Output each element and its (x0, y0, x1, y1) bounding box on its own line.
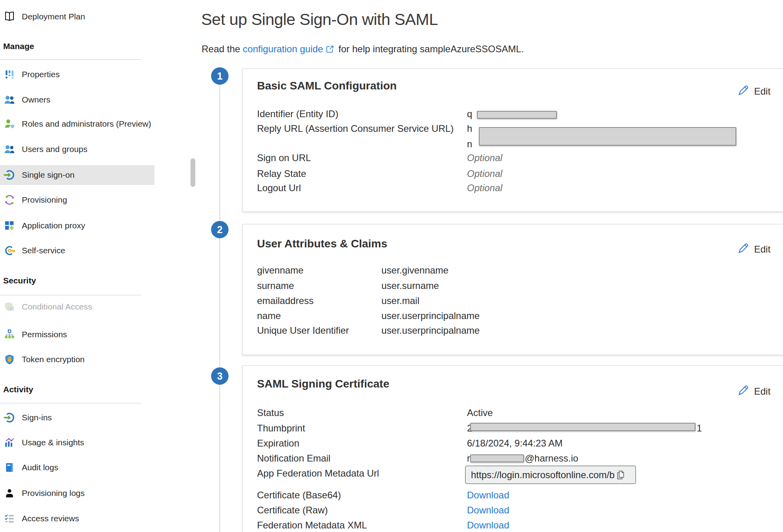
card-title: User Attributes & Claims (257, 238, 387, 250)
claim-value: user.givenname (381, 265, 448, 276)
sidebar-item-label: Access reviews (22, 514, 79, 523)
field-label: Sign on URL (257, 152, 311, 163)
redaction-bar (477, 111, 557, 119)
edit-basic-saml-button[interactable]: Edit (737, 85, 770, 98)
claim-label: emailaddress (257, 295, 314, 306)
claim-value: user.surname (381, 280, 439, 291)
field-label: Expiration (257, 438, 299, 449)
divider (0, 59, 141, 60)
metadata-url-value: https://login.microsoftonline.com/b229b2… (471, 469, 614, 481)
sidebar-item-token-encryption[interactable]: Token encryption (0, 350, 154, 369)
permissions-icon (3, 328, 16, 341)
sidebar-item-label: Sign-ins (22, 413, 52, 422)
basic-saml-configuration-card: Basic SAML Configuration Edit Identifier… (242, 68, 783, 212)
step-connector-line (219, 385, 220, 532)
subtitle-prefix: Read the (202, 44, 243, 54)
access-reviews-icon (3, 512, 16, 525)
provisioning-icon (3, 194, 16, 206)
sidebar-item-label: Properties (22, 70, 60, 79)
claim-label: surname (257, 280, 294, 291)
edit-label: Edit (754, 386, 770, 397)
logout-url-value: Optional (467, 182, 502, 194)
sidebar-item-usage-insights[interactable]: Usage & insights (0, 433, 154, 452)
pencil-icon (737, 385, 749, 398)
card-title: Basic SAML Configuration (257, 80, 397, 92)
redaction-bar (470, 423, 695, 431)
usage-insights-icon (3, 436, 16, 449)
sidebar-item-label: Application proxy (22, 221, 85, 230)
edit-user-attributes-button[interactable]: Edit (737, 243, 770, 256)
sidebar-section-header-manage: Manage (3, 42, 34, 51)
field-label: Identifier (Entity ID) (257, 108, 338, 120)
thumbprint-value-suffix: 1 (697, 423, 702, 434)
app-federation-metadata-url-field[interactable]: https://login.microsoftonline.com/b229b2… (465, 466, 636, 484)
sidebar-item-label: Conditional Access (22, 302, 92, 312)
edit-label: Edit (754, 86, 770, 97)
sidebar-item-sign-ins[interactable]: Sign-ins (0, 408, 154, 428)
token-encryption-icon (3, 353, 16, 366)
field-label: Logout Url (257, 182, 301, 194)
step-connector-line (219, 238, 220, 367)
claim-value: user.userprincipalname (381, 325, 480, 336)
pencil-icon (737, 85, 749, 98)
provisioning-logs-icon (3, 487, 16, 500)
claim-value: user.mail (381, 295, 419, 306)
pencil-icon (737, 243, 749, 256)
sidebar-item-roles-administrators[interactable]: Roles and administrators (Preview) (0, 114, 154, 134)
sidebar-item-deployment-plan[interactable]: Deployment Plan (0, 7, 154, 27)
sidebar-item-provisioning[interactable]: Provisioning (0, 190, 154, 210)
sidebar-item-provisioning-logs[interactable]: Provisioning logs (0, 483, 154, 503)
sidebar-item-label: Provisioning logs (22, 488, 85, 498)
sidebar-section-header-activity: Activity (3, 385, 33, 394)
copy-icon[interactable] (615, 469, 626, 481)
sidebar-item-self-service[interactable]: Self-service (0, 241, 154, 260)
sidebar-scrollbar-thumb[interactable] (191, 158, 195, 187)
properties-icon (3, 68, 16, 81)
sidebar-item-permissions[interactable]: Permissions (0, 325, 154, 344)
sidebar-item-owners[interactable]: Owners (0, 90, 154, 110)
application-proxy-icon (3, 219, 16, 232)
edit-signing-certificate-button[interactable]: Edit (737, 385, 770, 398)
field-label: Reply URL (Assertion Consumer Service UR… (257, 123, 454, 134)
status-value: Active (467, 407, 493, 418)
owners-icon (3, 93, 16, 106)
sidebar-item-label: Audit logs (22, 463, 58, 472)
card-title: SAML Signing Certificate (257, 378, 389, 390)
book-icon (3, 10, 16, 23)
sidebar-item-single-sign-on[interactable]: Single sign-on (0, 165, 154, 185)
sidebar-item-users-and-groups[interactable]: Users and groups (0, 139, 154, 159)
sidebar-item-conditional-access[interactable]: Conditional Access (0, 297, 154, 317)
sidebar-item-label: Deployment Plan (22, 12, 85, 21)
download-certificate-raw-link[interactable]: Download (467, 505, 509, 516)
divider (0, 403, 141, 403)
reply-url-value-line2: n (467, 139, 472, 150)
subtitle: Read the configuration guide for help in… (202, 44, 524, 56)
sidebar-item-application-proxy[interactable]: Application proxy (0, 216, 154, 236)
user-attributes-claims-card: User Attributes & Claims Edit givenname … (242, 224, 783, 355)
roles-administrators-icon (3, 118, 16, 130)
sign-ins-icon (3, 411, 16, 424)
sidebar-item-label: Token encryption (22, 355, 85, 364)
field-label: Thumbprint (257, 423, 305, 434)
sidebar-item-label: Provisioning (22, 195, 67, 205)
identifier-value: q (467, 108, 472, 120)
sidebar: Deployment Plan Manage Properties Owners… (0, 0, 166, 532)
download-federation-metadata-xml-link[interactable]: Download (467, 520, 509, 531)
claim-label: givenname (257, 265, 303, 276)
configuration-guide-link[interactable]: configuration guide (243, 44, 323, 54)
sidebar-item-label: Users and groups (22, 144, 88, 154)
claim-value: user.userprincipalname (381, 310, 480, 321)
sidebar-item-label: Owners (22, 95, 50, 104)
sidebar-item-label: Self-service (22, 246, 65, 255)
field-label: App Federation Metadata Url (257, 468, 379, 479)
saml-signing-certificate-card: SAML Signing Certificate Edit Status Act… (242, 365, 783, 532)
sign-on-url-value: Optional (467, 152, 502, 163)
sidebar-item-access-reviews[interactable]: Access reviews (0, 509, 154, 528)
sidebar-item-audit-logs[interactable]: Audit logs (0, 458, 154, 477)
sso-saml-settings-screen: Deployment Plan Manage Properties Owners… (0, 0, 783, 532)
step-number-2: 2 (211, 221, 229, 238)
field-label: Relay State (257, 168, 306, 179)
conditional-access-icon (3, 300, 16, 313)
sidebar-item-properties[interactable]: Properties (0, 65, 154, 84)
download-certificate-base64-link[interactable]: Download (467, 490, 509, 501)
